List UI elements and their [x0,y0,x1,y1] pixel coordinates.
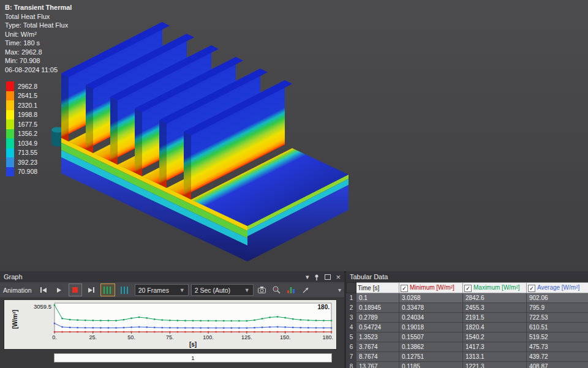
pin-icon[interactable] [314,274,320,280]
table-row[interactable]: 63.76740.138621417.3475.73 [347,342,588,352]
skip-to-end-button[interactable] [85,284,98,296]
animation-label: Animation [3,287,32,294]
table-cell[interactable]: 0.1 [356,293,399,303]
table-row[interactable]: 40.547240.190181820.4610.51 [347,323,588,332]
annotation-line: Type: Total Heat Flux [5,21,72,30]
table-cell[interactable]: 475.73 [527,342,588,352]
table-cell[interactable]: 0.24034 [399,313,463,323]
table-cell[interactable]: 610.51 [527,323,588,332]
stop-icon [72,287,78,293]
legend-item: 70.908 [6,167,37,177]
table-cell[interactable]: 795.9 [527,303,588,313]
frames-dropdown[interactable]: 20 Frames ▼ [135,284,189,296]
result-sets-button[interactable] [118,284,132,296]
duration-dropdown[interactable]: 2 Sec (Auto) ▼ [191,284,254,296]
table-cell[interactable]: 0.18945 [356,303,399,313]
export-video-button[interactable] [256,284,268,296]
table-cell[interactable]: 408.87 [527,362,588,368]
table-cell[interactable]: 1221.3 [463,362,527,368]
annotation-line: 06-08-2024 11:05 [5,66,72,75]
close-icon[interactable]: × [336,274,341,280]
table-cell[interactable]: 439.72 [527,352,588,362]
table-cell[interactable]: 0.54724 [356,323,399,332]
graph-panel-titlebar: Graph ▾ × [0,271,344,282]
table-cell[interactable]: 0.19018 [399,323,463,332]
distributed-frames-button[interactable] [100,284,115,296]
result-sets-bars-icon [121,287,129,294]
3d-viewport[interactable]: B: Transient Thermal Total Heat Flux Typ… [0,0,588,272]
table-row[interactable]: 78.76740.127511313.1439.72 [347,352,588,362]
animation-toolbar: Animation 20 Frames ▼ 2 Sec (Auto) ▼ [0,282,344,298]
row-number-header [347,283,356,293]
legend-value: 70.908 [18,168,37,175]
legend-chip [6,110,14,120]
table-cell[interactable]: 2842.6 [463,293,527,303]
table-cell[interactable]: 2455.3 [463,303,527,313]
table-row[interactable]: 30.27890.240342191.5722.53 [347,313,588,323]
zoom-to-fit-button[interactable] [271,284,283,296]
row-number: 2 [347,303,356,313]
legend-item: 1998.8 [6,110,37,120]
svg-text:25.: 25. [89,334,97,340]
legend-chip [6,167,14,177]
table-cell[interactable]: 722.53 [527,313,588,323]
skip-to-start-button[interactable] [37,284,50,296]
tabular-data-table[interactable]: Time [s]✓Minimum [W/m²]✓Maximum [W/m²]✓A… [346,282,588,368]
play-button[interactable] [53,284,66,296]
chart-options-button[interactable] [285,284,298,296]
animation-scrubber[interactable]: 1 [54,353,332,362]
float-icon[interactable] [325,274,331,280]
ansys-mechanical-window: B: Transient Thermal Total Heat Flux Typ… [0,0,588,368]
table-cell[interactable]: 1313.1 [463,352,527,362]
column-checkbox[interactable]: ✓ [401,285,408,292]
table-cell[interactable]: 519.52 [527,332,588,342]
camera-icon [257,285,266,295]
column-checkbox[interactable]: ✓ [528,285,535,292]
table-cell[interactable]: 3.7674 [356,342,399,352]
annotation-line: Max: 2962.8 [5,48,72,57]
probe-button[interactable] [300,284,312,296]
table-cell[interactable]: 0.33478 [399,303,463,313]
table-cell[interactable]: 0.2789 [356,313,399,323]
table-row[interactable]: 20.189450.334782455.3795.9 [347,303,588,313]
legend-chip [6,148,14,158]
legend-value: 2962.8 [18,83,37,90]
legend-value: 2320.1 [18,102,37,109]
toolbar-overflow-chevron-icon[interactable]: ▾ [338,287,341,293]
legend-value: 1356.2 [18,130,37,137]
table-cell[interactable]: 1417.3 [463,342,527,352]
table-cell[interactable]: 0.13862 [399,342,463,352]
table-cell[interactable]: 3.0268 [399,293,463,303]
table-cell[interactable]: 1.3523 [356,332,399,342]
svg-text:0.: 0. [52,334,57,340]
table-cell[interactable]: 0.1185 [399,362,463,368]
legend-value: 713.55 [18,149,37,156]
panel-menu-chevron-icon[interactable]: ▾ [306,274,309,280]
table-cell[interactable]: 0.12751 [399,352,463,362]
duration-dropdown-value: 2 Sec (Auto) [195,287,230,294]
annotation-line: Time: 180 s [5,39,72,48]
table-cell[interactable]: 1540.2 [463,332,527,342]
table-row[interactable]: 51.35230.155071540.2519.52 [347,332,588,342]
column-header: ✓Minimum [W/m²] [399,283,463,293]
row-number: 5 [347,332,356,342]
table-cell[interactable]: 2191.5 [463,313,527,323]
row-number: 3 [347,313,356,323]
frames-bars-icon [104,287,111,294]
row-number: 6 [347,342,356,352]
animation-chart-area[interactable]: [W/m²] 0.25.50.75.100.125.150.180.3059.5… [4,299,337,350]
table-cell[interactable]: 902.06 [527,293,588,303]
svg-text:180.: 180. [318,304,330,310]
legend-value: 2641.5 [18,92,37,99]
table-cell[interactable]: 13.767 [356,362,399,368]
svg-text:180.: 180. [322,334,333,340]
table-cell[interactable]: 0.15507 [399,332,463,342]
column-checkbox[interactable]: ✓ [464,285,472,292]
chart-y-axis-label: [W/m²] [12,298,18,341]
table-row[interactable]: 10.13.02682842.6902.06 [347,293,588,303]
table-row[interactable]: 813.7670.11851221.3408.87 [347,362,588,368]
animation-chart[interactable]: 0.25.50.75.100.125.150.180.3059.5180.[s] [4,300,336,349]
table-cell[interactable]: 8.7674 [356,352,399,362]
stop-button[interactable] [69,284,82,296]
table-cell[interactable]: 1820.4 [463,323,527,332]
